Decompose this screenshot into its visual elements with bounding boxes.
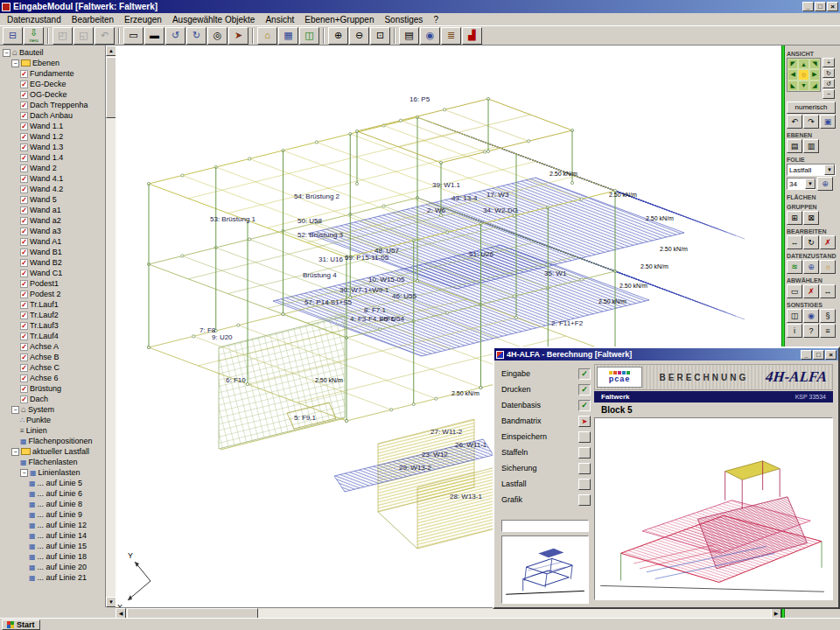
tree-item-linien[interactable]: ≡Linien xyxy=(0,425,105,436)
tree-item-tr-lauf4[interactable]: ✓Tr.Lauf4 xyxy=(0,331,105,341)
ansicht-zentrieren-button[interactable]: ◎ xyxy=(207,27,228,45)
messen-button[interactable]: ≡ xyxy=(820,324,836,338)
tree-item-punkte[interactable]: ∴Punkte xyxy=(0,415,105,425)
tree-item-br-stung[interactable]: ✓Brüstung xyxy=(0,383,105,394)
tree-item-achse-a[interactable]: ✓Achse A xyxy=(0,341,105,352)
view-upper-left-button[interactable]: ◤ xyxy=(788,59,798,69)
tree-item-fundamente[interactable]: ✓Fundamente xyxy=(0,68,105,79)
menu-ausgew-hlte-objekte[interactable]: Ausgewählte Objekte xyxy=(167,15,261,24)
tree-item-wand-b1[interactable]: ✓Wand B1 xyxy=(0,247,105,257)
view-up-button[interactable]: ▲ xyxy=(798,59,808,69)
tree-item-auf-linie-6[interactable]: ▦... auf Linie 6 xyxy=(0,488,105,499)
zoom-in-button[interactable]: ⊕ xyxy=(328,27,348,45)
tree-expander-icon[interactable]: − xyxy=(11,406,19,414)
ansicht-auge-button[interactable]: ◉ xyxy=(420,27,440,45)
tree-item-wand-a1[interactable]: ✓Wand A1 xyxy=(0,236,105,247)
tree-item-fl-chenlasten[interactable]: ▦Flächenlasten xyxy=(0,457,105,467)
tree-item-eg-decke[interactable]: ✓EG-Decke xyxy=(0,79,105,89)
tree-item-wand-a3[interactable]: ✓Wand a3 xyxy=(0,226,105,236)
info-button[interactable]: i xyxy=(787,324,802,338)
numerisch-button[interactable]: numerisch xyxy=(787,102,836,114)
start-button[interactable]: Start xyxy=(2,620,40,630)
tree-item-podest-2[interactable]: ✓Podest 2 xyxy=(0,289,105,299)
checklist-state-bandmatrix[interactable]: ➤ xyxy=(578,416,591,427)
tree-item-tr-lauf3[interactable]: ✓Tr.Lauf3 xyxy=(0,320,105,331)
tree-item-auf-linie-21[interactable]: ▦... auf Linie 21 xyxy=(0,572,105,583)
folie-zoom-button[interactable]: ⊕ xyxy=(817,177,833,191)
fenster-button[interactable]: ◫ xyxy=(787,309,802,323)
minimize-button[interactable]: _ xyxy=(802,2,814,11)
tree-item-wand-1-4[interactable]: ✓Wand 1.4 xyxy=(0,152,105,163)
gebaeude-3d-button[interactable]: ⌂ xyxy=(257,27,277,45)
datenbasis-button[interactable]: ≋ xyxy=(787,260,802,274)
tree-item-auf-linie-20[interactable]: ▦... auf Linie 20 xyxy=(0,562,105,572)
tree-item-auf-linie-18[interactable]: ▦... auf Linie 18 xyxy=(0,551,105,562)
menu-datenzustand[interactable]: Datenzustand xyxy=(2,15,66,24)
tree-expander-icon[interactable]: − xyxy=(11,60,19,67)
tree-expander-icon[interactable]: − xyxy=(20,469,28,477)
tree-item-wand-a1[interactable]: ✓Wand a1 xyxy=(0,205,105,215)
tree-item-auf-linie-5[interactable]: ▦... auf Linie 5 xyxy=(0,478,105,488)
view-left-button[interactable]: ◀ xyxy=(788,69,798,80)
tree-item-wand-1-2[interactable]: ✓Wand 1.2 xyxy=(0,131,105,142)
view-lower-right-button[interactable]: ◢ xyxy=(809,80,820,91)
menu-bearbeiten[interactable]: Bearbeiten xyxy=(66,15,119,24)
raster-button[interactable]: ▬ xyxy=(144,27,164,45)
folie-layer-select[interactable]: Lastfall▼ xyxy=(787,164,836,176)
folie-number-select[interactable]: 34▼ xyxy=(787,178,816,190)
gruppe-aufloesen-button[interactable]: ⊠ xyxy=(803,211,819,225)
tree-item-auf-linie-14[interactable]: ▦... auf Linie 14 xyxy=(0,530,105,541)
auge-button[interactable]: ◉ xyxy=(803,309,819,323)
lineal-button[interactable]: ▭ xyxy=(123,27,144,45)
tree-item-aktueller-lastfall[interactable]: −aktueller Lastfall xyxy=(0,446,105,457)
tree-scrollbar[interactable]: ▲ ▼ xyxy=(105,46,116,607)
ebene-liste-button[interactable]: ▤ xyxy=(787,139,802,153)
bibliothek-button[interactable]: ≣ xyxy=(441,27,461,45)
tree-item-fl-chenpositionen[interactable]: ▦Flächenpositionen xyxy=(0,436,105,446)
datenbank-button[interactable]: ◫ xyxy=(299,27,319,45)
menu-ansicht[interactable]: Ansicht xyxy=(260,15,299,24)
tree-item-wand-1-3[interactable]: ✓Wand 1.3 xyxy=(0,142,105,152)
tree-item-wand-c1[interactable]: ✓Wand C1 xyxy=(0,268,105,278)
tree-expander-icon[interactable]: − xyxy=(11,448,19,456)
calc-message-field[interactable] xyxy=(501,520,589,532)
ansicht-speichern-button[interactable]: ▣ xyxy=(820,115,836,129)
ansicht-vor-button[interactable]: ↷ xyxy=(803,115,819,129)
zoom-fenster-button[interactable]: ⊡ xyxy=(370,27,390,45)
kamerafahrt-button[interactable]: ➤ xyxy=(228,27,248,45)
tree-item-auf-linie-9[interactable]: ▦... auf Linie 9 xyxy=(0,509,105,520)
einstellungen-button[interactable]: § xyxy=(820,309,836,323)
tree-item-auf-linie-12[interactable]: ▦... auf Linie 12 xyxy=(0,520,105,530)
hilfe-button[interactable]: ? xyxy=(803,324,819,338)
maximize-button[interactable]: □ xyxy=(815,2,826,11)
view-center-button[interactable]: ☼ xyxy=(798,69,808,80)
tree-item-dach-anbau[interactable]: ✓Dach Anbau xyxy=(0,110,105,121)
menu-item[interactable]: ? xyxy=(428,15,444,24)
statistik-button[interactable]: ▟ xyxy=(462,27,482,45)
fenster-export-button[interactable]: ⊟ xyxy=(3,27,23,45)
letztes-abwaehlen-button[interactable]: ✗ xyxy=(803,284,819,298)
tree-item-achse-c[interactable]: ✓Achse C xyxy=(0,362,105,373)
menu-erzeugen[interactable]: Erzeugen xyxy=(119,15,167,24)
gruppe-abwaehlen-button[interactable]: ↔ xyxy=(820,284,836,298)
drucken-button[interactable]: ▤ xyxy=(399,27,419,45)
tree-item-auf-linie-15[interactable]: ▦... auf Linie 15 xyxy=(0,541,105,551)
hinweise-button[interactable]: ☼ xyxy=(820,260,836,274)
close-button[interactable]: × xyxy=(827,2,838,11)
drehen-links-button[interactable]: ↺ xyxy=(165,27,186,45)
tree-item-wand-1-1[interactable]: ✓Wand 1.1 xyxy=(0,121,105,131)
dialog-maximize-button[interactable]: □ xyxy=(813,350,824,360)
tree-item-dach[interactable]: ✓Dach xyxy=(0,394,105,404)
menu-sonstiges[interactable]: Sonstiges xyxy=(379,15,428,24)
zoom-out-button[interactable]: ⊖ xyxy=(349,27,369,45)
alles-abwaehlen-button[interactable]: ▭ xyxy=(787,284,802,298)
tree-item-podest1[interactable]: ✓Podest1 xyxy=(0,278,105,289)
rotate-cw-button[interactable]: ↻ xyxy=(822,68,835,78)
tree-item-wand-a2[interactable]: ✓Wand a2 xyxy=(0,215,105,226)
tree-item-ebenen[interactable]: −Ebenen xyxy=(0,58,105,68)
tree-item-system[interactable]: −⌂System xyxy=(0,404,105,415)
view-down-button[interactable]: ▼ xyxy=(798,80,808,91)
tree-item-linienlasten[interactable]: −▦Linienlasten xyxy=(0,467,105,478)
dialog-minimize-button[interactable]: _ xyxy=(801,350,812,360)
tree-item-auf-linie-8[interactable]: ▦... auf Linie 8 xyxy=(0,499,105,509)
